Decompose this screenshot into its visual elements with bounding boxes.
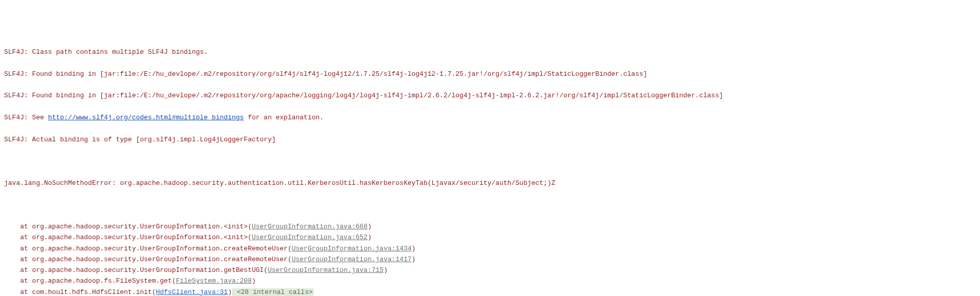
stack-frame: at org.apache.hadoop.fs.FileSystem.get(F…: [4, 276, 976, 286]
slf4j-see-post: for an explanation.: [244, 114, 324, 121]
slf4j-url-link[interactable]: http://www.slf4j.org/codes.html#multiple…: [48, 114, 244, 121]
internal-calls-badge[interactable]: <28 internal calls>: [232, 288, 314, 296]
stack-frame-paren: ): [368, 223, 372, 230]
stack-frame-text: at org.apache.hadoop.security.UserGroupI…: [4, 234, 252, 241]
slf4j-line-1: SLF4J: Class path contains multiple SLF4…: [4, 47, 976, 57]
source-link[interactable]: UserGroupInformation.java:668: [252, 223, 368, 230]
stack-frame-text: at org.apache.hadoop.security.UserGroupI…: [4, 245, 292, 252]
stack-frame-paren: ): [412, 245, 416, 252]
stack-frame: at com.hoult.hdfs.HdfsClient.init(HdfsCl…: [4, 287, 976, 296]
slf4j-line-actual: SLF4J: Actual binding is of type [org.sl…: [4, 134, 976, 145]
stack-frame-text: at org.apache.hadoop.security.UserGroupI…: [4, 266, 268, 274]
source-link[interactable]: UserGroupInformation.java:652: [252, 234, 368, 241]
source-link[interactable]: UserGroupInformation.java:1434: [292, 245, 412, 252]
stack-frame-paren: ): [228, 288, 232, 296]
stack-trace-1: at org.apache.hadoop.security.UserGroupI…: [4, 221, 976, 296]
blank-line: [4, 199, 976, 210]
stack-frame: at org.apache.hadoop.security.UserGroupI…: [4, 265, 976, 276]
slf4j-line-3: SLF4J: Found binding in [jar:file:/E:/hu…: [4, 90, 976, 101]
slf4j-see-pre: SLF4J: See: [4, 114, 48, 121]
slf4j-line-2: SLF4J: Found binding in [jar:file:/E:/hu…: [4, 69, 976, 79]
stack-frame: at org.apache.hadoop.security.UserGroupI…: [4, 232, 976, 243]
stack-frame-text: at org.apache.hadoop.fs.FileSystem.get(: [4, 277, 176, 285]
stack-frame: at org.apache.hadoop.security.UserGroupI…: [4, 243, 976, 254]
slf4j-line-see: SLF4J: See http://www.slf4j.org/codes.ht…: [4, 112, 976, 123]
source-link[interactable]: UserGroupInformation.java:715: [268, 266, 384, 274]
stack-frame-text: at com.hoult.hdfs.HdfsClient.init(: [4, 288, 156, 296]
stack-frame: at org.apache.hadoop.security.UserGroupI…: [4, 221, 976, 232]
stack-frame-paren: ): [368, 234, 372, 241]
error-header: java.lang.NoSuchMethodError: org.apache.…: [4, 178, 976, 188]
blank-line: [4, 156, 976, 166]
stack-frame-paren: ): [412, 256, 416, 263]
source-link[interactable]: UserGroupInformation.java:1417: [292, 256, 412, 263]
stack-frame: at org.apache.hadoop.security.UserGroupI…: [4, 254, 976, 265]
stack-frame-paren: ): [252, 277, 256, 285]
stack-frame-text: at org.apache.hadoop.security.UserGroupI…: [4, 256, 292, 263]
source-link[interactable]: FileSystem.java:208: [176, 277, 251, 285]
stack-frame-text: at org.apache.hadoop.security.UserGroupI…: [4, 223, 252, 230]
source-link[interactable]: HdfsClient.java:31: [156, 288, 227, 296]
stack-frame-paren: ): [384, 266, 388, 274]
